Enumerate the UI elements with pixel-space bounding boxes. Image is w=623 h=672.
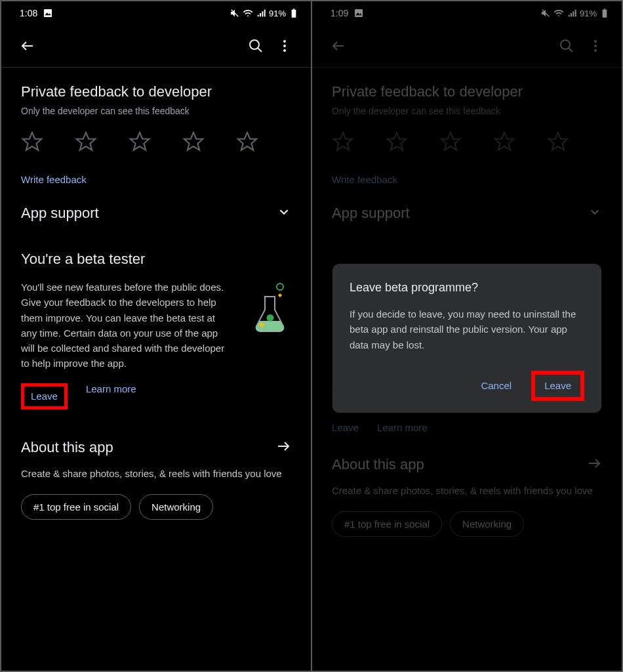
feedback-section: Private feedback to developer Only the d… — [21, 68, 291, 192]
leave-beta-button[interactable]: Leave — [31, 390, 58, 402]
beta-section: You're a beta tester You'll see new feat… — [21, 235, 291, 416]
mute-icon — [230, 8, 240, 18]
svg-rect-0 — [44, 9, 52, 17]
svg-line-11 — [258, 48, 262, 52]
chevron-down-icon — [277, 205, 291, 222]
back-button[interactable] — [16, 34, 39, 58]
dialog-body: If you decide to leave, you may need to … — [350, 306, 584, 352]
category-chips: #1 top free in social Networking — [21, 494, 291, 520]
beta-description: You'll see new features before the publi… — [21, 280, 227, 371]
feedback-subtitle: Only the developer can see this feedback — [21, 106, 291, 116]
svg-rect-4 — [260, 13, 261, 16]
status-bar: 1:08 91% — [1, 1, 311, 25]
signal-icon — [256, 8, 266, 18]
screenshot-right: 1:09 91% Private feedback to developer — [312, 1, 622, 671]
more-button[interactable] — [273, 34, 296, 58]
svg-point-14 — [283, 49, 286, 52]
status-time: 1:08 — [20, 8, 37, 18]
beta-title: You're a beta tester — [21, 251, 291, 268]
svg-marker-15 — [23, 133, 41, 150]
rating-stars — [21, 131, 291, 156]
app-support-row[interactable]: App support — [21, 192, 291, 235]
beaker-icon — [245, 277, 291, 336]
star-5[interactable] — [236, 131, 258, 156]
write-feedback-link[interactable]: Write feedback — [21, 174, 291, 185]
star-4[interactable] — [182, 131, 205, 156]
chip-top-free[interactable]: #1 top free in social — [21, 494, 131, 520]
chip-networking[interactable]: Networking — [139, 494, 213, 520]
battery-icon — [289, 8, 299, 18]
battery-percent: 91% — [269, 9, 286, 18]
svg-point-13 — [283, 45, 286, 47]
toolbar — [1, 25, 311, 67]
leave-beta-dialog: Leave beta programme? If you decide to l… — [332, 264, 601, 413]
cancel-button[interactable]: Cancel — [473, 375, 519, 396]
svg-point-10 — [250, 40, 259, 49]
app-support-label: App support — [21, 205, 99, 222]
svg-rect-7 — [292, 10, 296, 18]
star-3[interactable] — [129, 131, 151, 156]
highlight-box: Leave — [21, 383, 68, 410]
svg-point-20 — [277, 284, 283, 290]
dialog-title: Leave beta programme? — [350, 281, 584, 295]
star-1[interactable] — [21, 131, 43, 156]
svg-marker-17 — [131, 133, 149, 150]
about-title: About this app — [21, 439, 113, 456]
highlight-box: Leave — [531, 371, 584, 401]
learn-more-link[interactable]: Learn more — [86, 383, 136, 410]
gallery-icon — [43, 8, 53, 18]
leave-confirm-button[interactable]: Leave — [536, 375, 579, 396]
screenshot-left: 1:08 91% Private feedback to developer — [1, 1, 311, 671]
arrow-right-icon — [275, 438, 291, 457]
svg-rect-3 — [258, 15, 259, 17]
feedback-title: Private feedback to developer — [21, 83, 291, 100]
about-description: Create & share photos, stories, & reels … — [21, 466, 291, 481]
svg-point-12 — [283, 40, 286, 43]
svg-rect-5 — [262, 11, 263, 16]
search-button[interactable] — [244, 34, 268, 58]
svg-rect-8 — [293, 9, 295, 9]
wifi-icon — [243, 8, 253, 18]
dialog-scrim[interactable]: Leave beta programme? If you decide to l… — [312, 1, 622, 671]
svg-marker-18 — [184, 133, 203, 150]
svg-marker-19 — [238, 133, 256, 150]
about-row[interactable]: About this app — [21, 438, 291, 457]
star-2[interactable] — [75, 131, 97, 156]
svg-marker-16 — [77, 133, 95, 150]
svg-rect-6 — [264, 10, 266, 17]
